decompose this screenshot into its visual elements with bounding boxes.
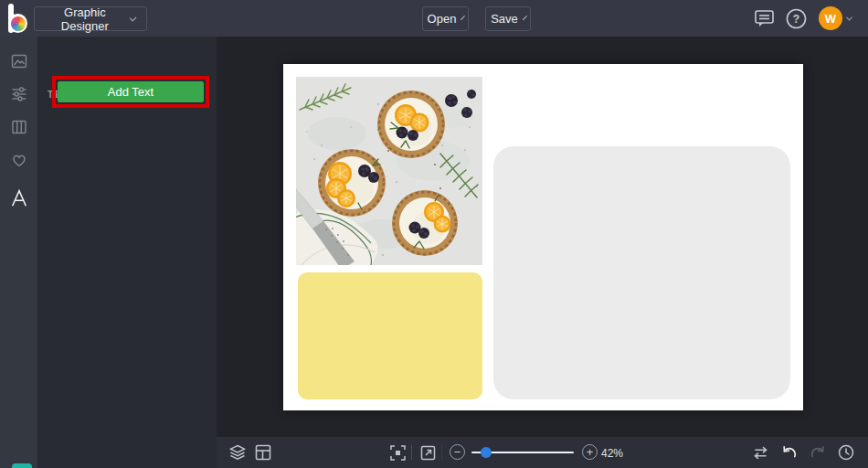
zoom-slider[interactable] — [471, 452, 574, 453]
preview-button[interactable] — [418, 443, 437, 462]
undo-icon — [780, 443, 799, 462]
compare-button[interactable] — [751, 443, 769, 462]
open-button[interactable]: Open — [422, 6, 469, 31]
user-avatar: W — [819, 6, 842, 30]
redo-button[interactable] — [809, 443, 827, 462]
zoom-in-button[interactable]: + — [582, 444, 598, 460]
adjustments-icon — [10, 85, 28, 103]
sidebar-item-image-manager[interactable] — [9, 51, 29, 71]
graphic-designer-app: Graphic Designer Open Save ? — [0, 0, 868, 468]
app-switcher-label: Graphic Designer — [46, 5, 124, 33]
fit-to-screen-button[interactable] — [388, 443, 407, 462]
open-in-new-icon — [419, 444, 437, 462]
workspace — [217, 37, 868, 437]
zoom-slider-handle[interactable] — [481, 447, 492, 458]
topbar: Graphic Designer Open Save ? — [0, 0, 868, 37]
avatar-initial: W — [825, 12, 836, 26]
template-icon — [254, 443, 272, 462]
befunky-logo-icon[interactable] — [8, 4, 32, 33]
text-icon — [9, 187, 29, 209]
account-menu[interactable]: W — [819, 0, 852, 37]
templates-button[interactable] — [254, 443, 272, 462]
heart-icon — [10, 151, 28, 169]
save-button-label: Save — [491, 12, 518, 26]
sidebar-item-text[interactable] — [9, 188, 29, 208]
sidebar-item-favorites[interactable] — [9, 150, 29, 170]
gray-rectangle-layer[interactable] — [493, 146, 790, 399]
save-button[interactable]: Save — [485, 6, 531, 31]
sidebar-item-edit[interactable] — [9, 84, 29, 104]
tool-rail — [0, 37, 37, 468]
chevron-down-icon — [129, 14, 136, 21]
history-button[interactable] — [837, 443, 855, 462]
swap-arrows-icon — [752, 444, 769, 462]
toolbar-divider — [441, 445, 442, 460]
columns-icon — [10, 118, 28, 136]
layers-button[interactable] — [228, 443, 247, 462]
svg-text:?: ? — [793, 13, 799, 26]
add-text-highlight-box: Add Text — [52, 76, 209, 108]
undo-button[interactable] — [780, 443, 799, 462]
fit-screen-icon — [389, 444, 407, 462]
image-icon — [10, 52, 28, 70]
design-canvas[interactable] — [283, 64, 803, 410]
layers-icon — [228, 443, 247, 462]
history-clock-icon — [837, 443, 855, 462]
text-panel: TEXT Add Text — [37, 37, 217, 468]
add-text-button[interactable]: Add Text — [58, 81, 204, 102]
redo-icon — [809, 443, 827, 462]
chevron-down-icon — [523, 16, 527, 20]
yellow-rectangle-layer[interactable] — [298, 272, 482, 399]
chat-widget-peek[interactable] — [12, 463, 32, 468]
toolbar-divider — [411, 445, 412, 460]
chevron-down-icon — [460, 16, 465, 20]
help-icon[interactable]: ? — [786, 0, 807, 37]
chevron-down-icon — [846, 14, 852, 20]
zoom-percent: 42% — [601, 447, 623, 460]
photo-layer-fruit-tarts[interactable] — [296, 77, 482, 265]
app-switcher-button[interactable]: Graphic Designer — [34, 6, 147, 31]
open-button-label: Open — [428, 12, 457, 26]
zoom-out-button[interactable]: − — [450, 444, 465, 460]
feedback-chat-icon[interactable] — [754, 0, 775, 37]
sidebar-item-layout[interactable] — [9, 117, 29, 137]
bottom-toolbar: − + 42% — [217, 437, 868, 468]
